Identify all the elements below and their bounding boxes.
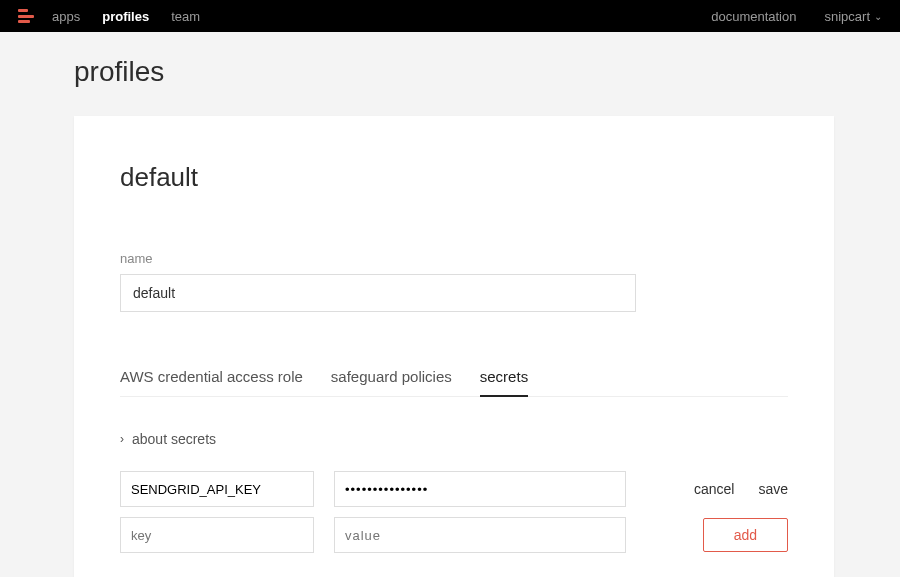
chevron-down-icon: ⌄	[874, 11, 882, 22]
secret-row-editing: cancel save	[120, 471, 788, 507]
secret-row-new: add	[120, 517, 788, 553]
nav-documentation[interactable]: documentation	[711, 9, 796, 24]
name-input[interactable]	[120, 274, 636, 312]
tab-secrets[interactable]: secrets	[480, 368, 528, 397]
profile-title: default	[120, 162, 788, 193]
nav-left: apps profiles team	[52, 9, 200, 24]
cancel-button[interactable]: cancel	[694, 481, 734, 497]
secret-key-input[interactable]	[120, 471, 314, 507]
new-secret-actions: add	[703, 518, 788, 552]
about-secrets-toggle[interactable]: › about secrets	[120, 431, 788, 447]
secret-value-input[interactable]	[334, 471, 626, 507]
new-secret-value-input[interactable]	[334, 517, 626, 553]
tab-aws-role[interactable]: AWS credential access role	[120, 368, 303, 396]
topbar: apps profiles team documentation snipcar…	[0, 0, 900, 32]
tabs: AWS credential access role safeguard pol…	[120, 368, 788, 397]
nav-profiles[interactable]: profiles	[102, 9, 149, 24]
profile-card: default name AWS credential access role …	[74, 116, 834, 577]
page: profiles default name AWS credential acc…	[0, 32, 900, 577]
secret-row-actions: cancel save	[694, 481, 788, 497]
app-logo-icon[interactable]	[18, 9, 34, 23]
tab-safeguard[interactable]: safeguard policies	[331, 368, 452, 396]
chevron-right-icon: ›	[120, 432, 124, 446]
nav-team[interactable]: team	[171, 9, 200, 24]
user-name: snipcart	[824, 9, 870, 24]
name-label: name	[120, 251, 788, 266]
page-title: profiles	[74, 56, 900, 88]
nav-right: documentation snipcart ⌄	[711, 9, 882, 24]
about-secrets-label: about secrets	[132, 431, 216, 447]
add-button[interactable]: add	[703, 518, 788, 552]
save-button[interactable]: save	[758, 481, 788, 497]
user-menu[interactable]: snipcart ⌄	[824, 9, 882, 24]
new-secret-key-input[interactable]	[120, 517, 314, 553]
nav-apps[interactable]: apps	[52, 9, 80, 24]
